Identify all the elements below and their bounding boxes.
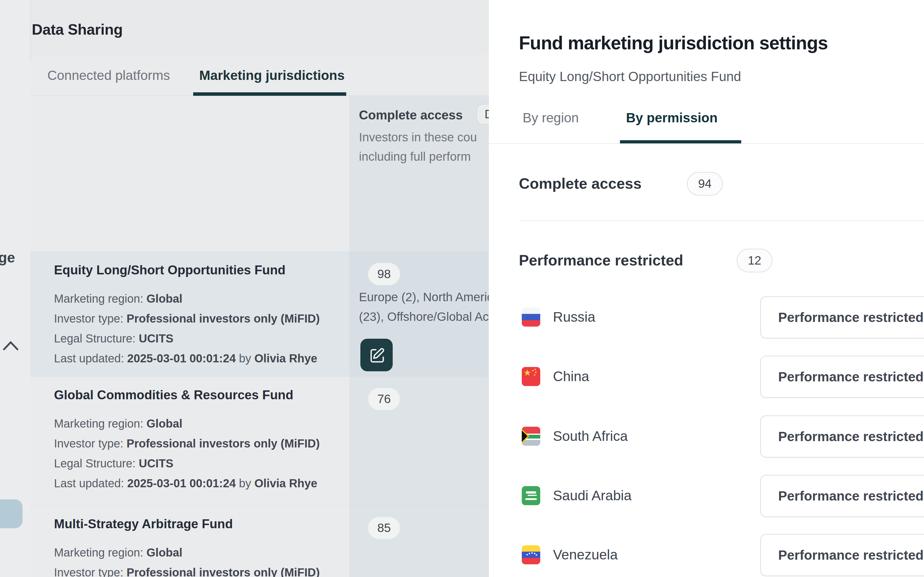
meta-joiner: by xyxy=(236,477,254,490)
access-regions-line: (23), Offshore/Global Ac xyxy=(359,310,489,324)
section-performance-restricted: Performance restricted xyxy=(519,251,683,269)
meta-value: 2025-03-01 00:01:24 xyxy=(128,352,236,365)
fund-meta-marketing-region: Marketing region: Global xyxy=(54,417,183,430)
tab-bar: Connected platforms Marketing jurisdicti… xyxy=(30,55,489,96)
flag-stars xyxy=(527,554,528,555)
table-header-row: Complete access D Investors in these cou… xyxy=(30,95,489,196)
column-header-title: Complete access xyxy=(359,108,463,122)
venezuela-flag-icon xyxy=(522,545,540,564)
south-africa-flag-icon xyxy=(522,427,540,446)
jurisdiction-count-badge: 98 xyxy=(368,263,400,285)
chevron-up-icon[interactable] xyxy=(2,339,19,353)
section-divider xyxy=(519,221,924,221)
panel-title: Fund marketing jurisdiction settings xyxy=(519,32,828,54)
russia-flag-icon xyxy=(522,308,540,327)
fund-name: Equity Long/Short Opportunities Fund xyxy=(54,263,286,277)
fund-name: Global Commodities & Resources Fund xyxy=(54,388,293,402)
jurisdiction-count-badge: 85 xyxy=(368,517,400,539)
country-row-russia: Russia Performance restricted xyxy=(489,296,924,338)
permission-select-russia[interactable]: Performance restricted xyxy=(760,296,924,338)
fund-meta-marketing-region: Marketing region: Global xyxy=(54,546,183,559)
fund-meta-legal-structure: Legal Structure: UCITS xyxy=(54,457,174,470)
screen: ge Data Sharing Connected platforms Mark… xyxy=(0,0,924,577)
country-row-south-africa: South Africa Performance restricted xyxy=(489,416,924,458)
china-flag-icon: ★ xyxy=(522,367,540,386)
fund-meta-investor-type: Investor type: Professional investors on… xyxy=(54,312,320,325)
fund-meta-legal-structure: Legal Structure: UCITS xyxy=(54,332,174,345)
fund-row-multi-strategy[interactable]: Multi-Strategy Arbitrage Fund Marketing … xyxy=(30,505,489,577)
section-complete-access: Complete access xyxy=(519,175,641,192)
page-title: Data Sharing xyxy=(32,21,123,38)
access-regions-line: Europe (2), North Americ xyxy=(359,290,493,304)
fund-meta-investor-type: Investor type: Professional investors on… xyxy=(54,437,320,450)
panel-subtitle: Equity Long/Short Opportunities Fund xyxy=(519,69,741,84)
meta-label: Legal Structure: xyxy=(54,332,139,345)
flag-sword xyxy=(525,498,537,500)
fund-meta-last-updated: Last updated: 2025-03-01 00:01:24 by Oli… xyxy=(54,352,317,365)
edit-pencil-icon xyxy=(368,347,384,363)
permission-select-china[interactable]: Performance restricted xyxy=(760,356,924,398)
meta-value: 2025-03-01 00:01:24 xyxy=(128,477,236,490)
meta-label: Last updated: xyxy=(54,352,128,365)
flag-stars xyxy=(532,370,534,371)
tab-marketing-jurisdictions[interactable]: Marketing jurisdictions xyxy=(199,67,345,84)
fund-meta-investor-type: Investor type: Professional investors on… xyxy=(54,566,320,577)
flag-star: ★ xyxy=(523,367,531,378)
flag-triangle xyxy=(522,430,528,442)
country-name: South Africa xyxy=(553,428,628,444)
meta-label: Investor type: xyxy=(54,437,126,450)
tab-bar-divider xyxy=(489,143,924,144)
country-name: Russia xyxy=(553,309,595,325)
meta-label: Legal Structure: xyxy=(54,457,139,470)
data-sharing-page: Data Sharing Connected platforms Marketi… xyxy=(30,0,489,577)
jurisdiction-count-badge: 76 xyxy=(368,388,400,410)
clipped-blue-button[interactable] xyxy=(0,500,23,528)
fund-meta-marketing-region: Marketing region: Global xyxy=(54,292,183,305)
meta-label: Marketing region: xyxy=(54,292,146,305)
fund-meta-last-updated: Last updated: 2025-03-01 00:01:24 by Oli… xyxy=(54,477,317,490)
meta-value: Professional investors only (MiFID) xyxy=(126,312,320,325)
meta-value: Professional investors only (MiFID) xyxy=(126,437,320,450)
column-header-description: Investors in these cou xyxy=(359,131,477,144)
jurisdictions-card: Connected platforms Marketing jurisdicti… xyxy=(30,55,489,577)
country-name: Venezuela xyxy=(553,547,618,562)
clipped-text-label: ge xyxy=(0,249,15,266)
meta-label: Investor type: xyxy=(54,312,126,325)
tab-by-region[interactable]: By region xyxy=(523,108,579,127)
meta-label: Last updated: xyxy=(54,477,128,490)
edit-jurisdictions-button[interactable] xyxy=(360,339,393,371)
meta-value: Global xyxy=(146,292,182,305)
meta-author: Olivia Rhye xyxy=(254,352,317,365)
meta-value: Global xyxy=(146,417,182,430)
tab-connected-platforms[interactable]: Connected platforms xyxy=(47,67,170,84)
saudi-arabia-flag-icon xyxy=(522,486,540,505)
jurisdiction-settings-panel: Fund marketing jurisdiction settings Equ… xyxy=(489,0,924,577)
meta-label: Marketing region: xyxy=(54,417,146,430)
permission-select-venezuela[interactable]: Performance restricted xyxy=(760,534,924,576)
tab-by-permission[interactable]: By permission xyxy=(626,108,717,127)
meta-value: UCITS xyxy=(139,332,174,345)
country-name: China xyxy=(553,368,589,384)
meta-label: Investor type: xyxy=(54,566,126,577)
complete-access-count-badge: 94 xyxy=(687,172,723,196)
column-header-description: including full perform xyxy=(359,150,471,164)
meta-value: Global xyxy=(146,546,182,559)
meta-value: Professional investors only (MiFID) xyxy=(126,566,320,577)
performance-restricted-count-badge: 12 xyxy=(737,249,772,272)
fund-row-global-commodities[interactable]: Global Commodities & Resources Fund Mark… xyxy=(30,376,489,506)
fund-row-equity-long-short[interactable]: Equity Long/Short Opportunities Fund Mar… xyxy=(30,251,489,377)
flag-script xyxy=(526,491,536,494)
country-row-venezuela: Venezuela Performance restricted xyxy=(489,534,924,576)
meta-label: Marketing region: xyxy=(54,546,146,559)
meta-value: UCITS xyxy=(139,457,174,470)
country-name: Saudi Arabia xyxy=(553,488,632,503)
left-clipped-sidebar: ge xyxy=(0,0,31,577)
fund-name: Multi-Strategy Arbitrage Fund xyxy=(54,517,233,531)
permission-select-saudi-arabia[interactable]: Performance restricted xyxy=(760,475,924,517)
country-row-china: ★ China Performance restricted xyxy=(489,356,924,398)
permission-select-south-africa[interactable]: Performance restricted xyxy=(760,416,924,458)
country-row-saudi-arabia: Saudi Arabia Performance restricted xyxy=(489,475,924,517)
meta-author: Olivia Rhye xyxy=(254,477,317,490)
meta-joiner: by xyxy=(236,352,254,365)
